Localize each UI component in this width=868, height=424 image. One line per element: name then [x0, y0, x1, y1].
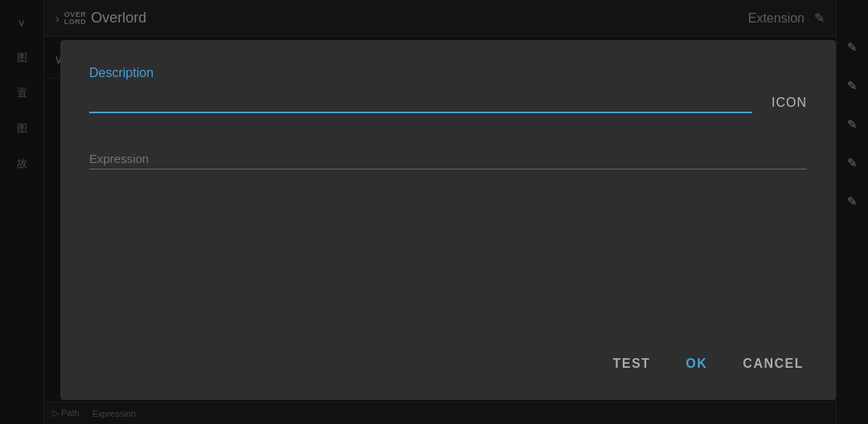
- test-button[interactable]: TEST: [609, 350, 653, 377]
- description-section: Description ICON: [89, 66, 807, 113]
- dialog: Description ICON TEST OK CANCEL: [60, 40, 836, 400]
- description-input[interactable]: [89, 92, 752, 113]
- description-input-row: ICON: [89, 92, 807, 113]
- description-input-wrapper: [89, 92, 752, 113]
- description-label: Description: [89, 66, 807, 80]
- expression-section: [89, 149, 807, 169]
- dialog-footer: TEST OK CANCEL: [89, 337, 807, 377]
- icon-label: ICON: [772, 96, 807, 113]
- ok-button[interactable]: OK: [682, 350, 710, 377]
- expression-input[interactable]: [89, 149, 807, 169]
- cancel-button[interactable]: CANCEL: [739, 350, 807, 377]
